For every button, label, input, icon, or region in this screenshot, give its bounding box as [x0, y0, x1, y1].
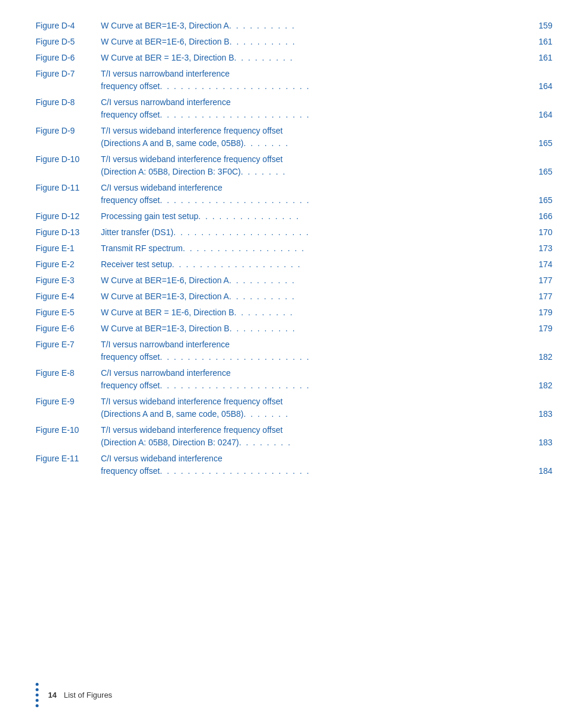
- toc-row: Figure D-5W Curve at BER=1E-6, Direction…: [36, 34, 552, 50]
- figure-label-empty: [36, 351, 101, 365]
- page-number: 173: [529, 240, 552, 257]
- page-number: [529, 365, 552, 379]
- page-number: [529, 66, 552, 80]
- toc-row: Figure E-9T/I versus wideband interferen…: [36, 394, 552, 408]
- figure-description-line2: frequency offset . . . . . . . . . . . .…: [101, 80, 529, 94]
- footer-dot-1: [36, 683, 39, 686]
- figure-label[interactable]: Figure D-4: [36, 18, 101, 34]
- footer-page-number: 14: [48, 691, 56, 699]
- footer-decoration: [36, 683, 39, 707]
- page-number: 174: [529, 257, 552, 273]
- figure-description-line1: C/I versus narrowband interference: [101, 94, 529, 109]
- figure-label-empty: [36, 379, 101, 394]
- toc-row: Figure E-2Receiver test setup . . . . . …: [36, 257, 552, 273]
- toc-row: Figure D-8C/I versus narrowband interfer…: [36, 94, 552, 109]
- page-number: 166: [529, 208, 552, 224]
- page-number: 159: [529, 18, 552, 34]
- figure-label[interactable]: Figure E-9: [36, 394, 101, 408]
- figure-label[interactable]: Figure E-8: [36, 365, 101, 379]
- figure-description-line2: (Directions A and B, same code, 05B8) . …: [101, 408, 529, 422]
- figure-description-line2: (Direction A: 05B8, Direction B: 0247) .…: [101, 436, 529, 451]
- page-number: [529, 180, 552, 194]
- page-number: 177: [529, 289, 552, 305]
- figure-label[interactable]: Figure E-7: [36, 337, 101, 351]
- figure-label[interactable]: Figure D-10: [36, 151, 101, 166]
- figure-label[interactable]: Figure E-3: [36, 273, 101, 289]
- figure-label[interactable]: Figure D-5: [36, 34, 101, 50]
- figure-description-line1: T/I versus wideband interference frequen…: [101, 394, 529, 408]
- toc-row: Figure E-7T/I versus narrowband interfer…: [36, 337, 552, 351]
- figure-label[interactable]: Figure D-6: [36, 50, 101, 66]
- figure-label-empty: [36, 166, 101, 180]
- page-number: [529, 94, 552, 109]
- figure-label[interactable]: Figure D-11: [36, 180, 101, 194]
- figure-label[interactable]: Figure E-4: [36, 289, 101, 305]
- figure-description-line1: T/I versus narrowband interference: [101, 66, 529, 80]
- figure-label[interactable]: Figure E-2: [36, 257, 101, 273]
- page-number: 164: [529, 80, 552, 94]
- toc-row: Figure E-1Transmit RF spectrum . . . . .…: [36, 240, 552, 257]
- figure-label[interactable]: Figure D-12: [36, 208, 101, 224]
- page-number: [529, 394, 552, 408]
- figure-description-line1: T/I versus wideband interference frequen…: [101, 123, 529, 137]
- page-number: 184: [529, 465, 552, 479]
- figure-label[interactable]: Figure E-10: [36, 422, 101, 436]
- page-number: 182: [529, 351, 552, 365]
- page-number: 183: [529, 408, 552, 422]
- toc-row: Figure E-3W Curve at BER=1E-6, Direction…: [36, 273, 552, 289]
- page-number: 161: [529, 50, 552, 66]
- page-container: Figure D-4W Curve at BER=1E-3, Direction…: [0, 0, 588, 725]
- page-number: 165: [529, 137, 552, 151]
- figure-label[interactable]: Figure E-6: [36, 321, 101, 337]
- toc-row-continuation: frequency offset . . . . . . . . . . . .…: [36, 194, 552, 208]
- figure-description-line1: C/I versus narrowband interference: [101, 365, 529, 379]
- figure-label[interactable]: Figure D-9: [36, 123, 101, 137]
- page-number: 177: [529, 273, 552, 289]
- figure-description-line2: frequency offset . . . . . . . . . . . .…: [101, 109, 529, 123]
- figure-description-line2: (Directions A and B, same code, 05B8) . …: [101, 137, 529, 151]
- figure-description-line2: frequency offset . . . . . . . . . . . .…: [101, 194, 529, 208]
- page-number: 164: [529, 109, 552, 123]
- figure-description: W Curve at BER=1E-3, Direction B . . . .…: [101, 321, 529, 337]
- figure-description-line1: C/I versus wideband interference: [101, 451, 529, 465]
- page-number: 165: [529, 194, 552, 208]
- toc-row: Figure D-12Processing gain test setup . …: [36, 208, 552, 224]
- toc-row: Figure D-10T/I versus wideband interfere…: [36, 151, 552, 166]
- toc-row-continuation: (Directions A and B, same code, 05B8) . …: [36, 408, 552, 422]
- figure-label-empty: [36, 408, 101, 422]
- figure-label-empty: [36, 137, 101, 151]
- footer-dot-2: [36, 688, 39, 691]
- toc-row-continuation: frequency offset . . . . . . . . . . . .…: [36, 379, 552, 394]
- toc-row: Figure D-11C/I versus wideband interfere…: [36, 180, 552, 194]
- toc-row-continuation: (Direction A: 05B8, Direction B: 0247) .…: [36, 436, 552, 451]
- figure-label[interactable]: Figure D-7: [36, 66, 101, 80]
- figure-description-line2: frequency offset . . . . . . . . . . . .…: [101, 465, 529, 479]
- toc-row: Figure E-11C/I versus wideband interfere…: [36, 451, 552, 465]
- figure-description: Receiver test setup . . . . . . . . . . …: [101, 257, 529, 273]
- page-number: [529, 422, 552, 436]
- toc-row-continuation: (Direction A: 05B8, Direction B: 3F0C) .…: [36, 166, 552, 180]
- figure-label[interactable]: Figure E-5: [36, 305, 101, 321]
- page-number: 170: [529, 224, 552, 240]
- toc-row-continuation: frequency offset . . . . . . . . . . . .…: [36, 80, 552, 94]
- figure-label[interactable]: Figure D-13: [36, 224, 101, 240]
- figure-description: W Curve at BER = 1E-3, Direction B . . .…: [101, 50, 529, 66]
- figure-description-line1: T/I versus wideband interference frequen…: [101, 422, 529, 436]
- figure-label[interactable]: Figure E-11: [36, 451, 101, 465]
- footer: 14 List of Figures: [36, 683, 552, 707]
- figure-description: Jitter transfer (DS1) . . . . . . . . . …: [101, 224, 529, 240]
- toc-row: Figure E-10T/I versus wideband interfere…: [36, 422, 552, 436]
- toc-row-continuation: frequency offset . . . . . . . . . . . .…: [36, 465, 552, 479]
- toc-row: Figure E-6W Curve at BER=1E-3, Direction…: [36, 321, 552, 337]
- figure-description: Processing gain test setup . . . . . . .…: [101, 208, 529, 224]
- toc-row: Figure D-9T/I versus wideband interferen…: [36, 123, 552, 137]
- figure-description-line1: C/I versus wideband interference: [101, 180, 529, 194]
- page-number: [529, 123, 552, 137]
- footer-dot-5: [36, 704, 39, 707]
- page-number: [529, 451, 552, 465]
- figure-label[interactable]: Figure D-8: [36, 94, 101, 109]
- figure-label[interactable]: Figure E-1: [36, 240, 101, 257]
- toc-row: Figure D-13Jitter transfer (DS1) . . . .…: [36, 224, 552, 240]
- figure-label-empty: [36, 465, 101, 479]
- page-number: 183: [529, 436, 552, 451]
